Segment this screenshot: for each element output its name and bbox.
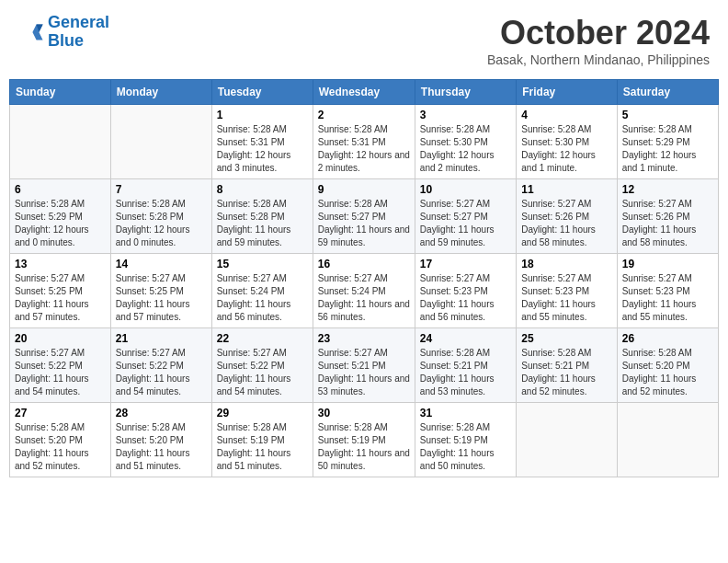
day-info: Sunrise: 5:27 AMSunset: 5:24 PMDaylight:… bbox=[318, 272, 410, 324]
calendar-week-row: 6Sunrise: 5:28 AMSunset: 5:29 PMDaylight… bbox=[10, 179, 719, 254]
day-info: Sunrise: 5:27 AMSunset: 5:22 PMDaylight:… bbox=[217, 347, 308, 398]
calendar-body: 1Sunrise: 5:28 AMSunset: 5:31 PMDaylight… bbox=[10, 105, 719, 477]
day-number: 19 bbox=[622, 258, 713, 270]
day-info: Sunrise: 5:28 AMSunset: 5:28 PMDaylight:… bbox=[116, 198, 207, 249]
day-info: Sunrise: 5:27 AMSunset: 5:23 PMDaylight:… bbox=[622, 272, 713, 324]
calendar-cell: 5Sunrise: 5:28 AMSunset: 5:29 PMDaylight… bbox=[617, 105, 718, 179]
day-number: 15 bbox=[217, 258, 308, 270]
calendar-week-row: 13Sunrise: 5:27 AMSunset: 5:25 PMDayligh… bbox=[10, 254, 719, 328]
calendar-cell: 28Sunrise: 5:28 AMSunset: 5:20 PMDayligh… bbox=[110, 403, 211, 477]
day-number: 14 bbox=[116, 258, 207, 270]
day-number: 30 bbox=[318, 407, 410, 419]
day-number: 24 bbox=[420, 332, 511, 345]
day-number: 26 bbox=[622, 332, 713, 345]
day-number: 10 bbox=[420, 183, 511, 196]
calendar-cell: 2Sunrise: 5:28 AMSunset: 5:31 PMDaylight… bbox=[313, 105, 415, 179]
day-number: 5 bbox=[622, 109, 713, 121]
day-header-wednesday: Wednesday bbox=[313, 80, 415, 105]
day-number: 9 bbox=[318, 183, 410, 196]
day-header-sunday: Sunday bbox=[10, 80, 111, 105]
day-number: 8 bbox=[217, 183, 308, 196]
day-number: 18 bbox=[521, 258, 611, 270]
day-number: 31 bbox=[420, 407, 511, 419]
day-number: 12 bbox=[622, 183, 713, 196]
day-number: 17 bbox=[420, 258, 511, 270]
day-number: 13 bbox=[15, 258, 106, 270]
calendar-cell: 29Sunrise: 5:28 AMSunset: 5:19 PMDayligh… bbox=[211, 403, 313, 477]
calendar-cell: 18Sunrise: 5:27 AMSunset: 5:23 PMDayligh… bbox=[517, 254, 617, 328]
day-number: 22 bbox=[217, 332, 308, 345]
calendar-week-row: 1Sunrise: 5:28 AMSunset: 5:31 PMDaylight… bbox=[10, 105, 719, 179]
day-info: Sunrise: 5:28 AMSunset: 5:29 PMDaylight:… bbox=[15, 198, 106, 249]
day-info: Sunrise: 5:28 AMSunset: 5:31 PMDaylight:… bbox=[217, 123, 308, 175]
day-info: Sunrise: 5:28 AMSunset: 5:31 PMDaylight:… bbox=[318, 123, 410, 175]
day-info: Sunrise: 5:28 AMSunset: 5:27 PMDaylight:… bbox=[318, 198, 410, 249]
day-info: Sunrise: 5:28 AMSunset: 5:19 PMDaylight:… bbox=[420, 421, 511, 473]
day-info: Sunrise: 5:28 AMSunset: 5:30 PMDaylight:… bbox=[521, 123, 611, 175]
calendar-cell: 16Sunrise: 5:27 AMSunset: 5:24 PMDayligh… bbox=[313, 254, 415, 328]
day-info: Sunrise: 5:27 AMSunset: 5:23 PMDaylight:… bbox=[420, 272, 511, 324]
logo-text: General Blue bbox=[48, 14, 109, 51]
calendar-week-row: 27Sunrise: 5:28 AMSunset: 5:20 PMDayligh… bbox=[10, 403, 719, 477]
calendar-cell: 13Sunrise: 5:27 AMSunset: 5:25 PMDayligh… bbox=[10, 254, 111, 328]
calendar-cell: 12Sunrise: 5:27 AMSunset: 5:26 PMDayligh… bbox=[617, 179, 718, 254]
calendar-cell bbox=[10, 105, 111, 179]
calendar-cell: 17Sunrise: 5:27 AMSunset: 5:23 PMDayligh… bbox=[415, 254, 516, 328]
day-header-thursday: Thursday bbox=[415, 80, 516, 105]
calendar-week-row: 20Sunrise: 5:27 AMSunset: 5:22 PMDayligh… bbox=[10, 328, 719, 403]
day-number: 27 bbox=[15, 407, 106, 419]
day-header-tuesday: Tuesday bbox=[211, 80, 313, 105]
calendar-table: SundayMondayTuesdayWednesdayThursdayFrid… bbox=[9, 79, 719, 477]
page-header: General Blue October 2024 Basak, Norther… bbox=[9, 9, 719, 72]
day-number: 4 bbox=[521, 109, 611, 121]
logo: General Blue bbox=[18, 14, 109, 51]
calendar-cell: 10Sunrise: 5:27 AMSunset: 5:27 PMDayligh… bbox=[415, 179, 516, 254]
day-header-monday: Monday bbox=[110, 80, 211, 105]
day-info: Sunrise: 5:28 AMSunset: 5:30 PMDaylight:… bbox=[420, 123, 511, 175]
day-info: Sunrise: 5:28 AMSunset: 5:19 PMDaylight:… bbox=[217, 421, 308, 473]
calendar-cell: 14Sunrise: 5:27 AMSunset: 5:25 PMDayligh… bbox=[110, 254, 211, 328]
calendar-cell: 21Sunrise: 5:27 AMSunset: 5:22 PMDayligh… bbox=[110, 328, 211, 403]
day-number: 28 bbox=[116, 407, 207, 419]
day-number: 21 bbox=[116, 332, 207, 345]
location: Basak, Northern Mindanao, Philippines bbox=[487, 52, 710, 67]
day-header-friday: Friday bbox=[517, 80, 617, 105]
calendar-cell: 30Sunrise: 5:28 AMSunset: 5:19 PMDayligh… bbox=[313, 403, 415, 477]
calendar-cell: 27Sunrise: 5:28 AMSunset: 5:20 PMDayligh… bbox=[10, 403, 111, 477]
day-info: Sunrise: 5:28 AMSunset: 5:20 PMDaylight:… bbox=[15, 421, 106, 473]
day-number: 2 bbox=[318, 109, 410, 121]
calendar-cell: 24Sunrise: 5:28 AMSunset: 5:21 PMDayligh… bbox=[415, 328, 516, 403]
calendar-cell: 22Sunrise: 5:27 AMSunset: 5:22 PMDayligh… bbox=[211, 328, 313, 403]
day-info: Sunrise: 5:28 AMSunset: 5:21 PMDaylight:… bbox=[420, 347, 511, 398]
day-number: 29 bbox=[217, 407, 308, 419]
calendar-cell bbox=[110, 105, 211, 179]
calendar-cell: 1Sunrise: 5:28 AMSunset: 5:31 PMDaylight… bbox=[211, 105, 313, 179]
day-info: Sunrise: 5:28 AMSunset: 5:20 PMDaylight:… bbox=[622, 347, 713, 398]
calendar-cell: 15Sunrise: 5:27 AMSunset: 5:24 PMDayligh… bbox=[211, 254, 313, 328]
calendar-cell: 25Sunrise: 5:28 AMSunset: 5:21 PMDayligh… bbox=[517, 328, 617, 403]
day-info: Sunrise: 5:28 AMSunset: 5:20 PMDaylight:… bbox=[116, 421, 207, 473]
calendar-cell: 20Sunrise: 5:27 AMSunset: 5:22 PMDayligh… bbox=[10, 328, 111, 403]
month-title: October 2024 bbox=[487, 14, 710, 52]
logo-line1: General bbox=[48, 13, 109, 31]
day-info: Sunrise: 5:28 AMSunset: 5:19 PMDaylight:… bbox=[318, 421, 410, 473]
day-info: Sunrise: 5:27 AMSunset: 5:21 PMDaylight:… bbox=[318, 347, 410, 398]
calendar-cell: 7Sunrise: 5:28 AMSunset: 5:28 PMDaylight… bbox=[110, 179, 211, 254]
calendar-cell: 4Sunrise: 5:28 AMSunset: 5:30 PMDaylight… bbox=[517, 105, 617, 179]
calendar-cell: 8Sunrise: 5:28 AMSunset: 5:28 PMDaylight… bbox=[211, 179, 313, 254]
day-number: 3 bbox=[420, 109, 511, 121]
day-number: 23 bbox=[318, 332, 410, 345]
calendar-cell: 19Sunrise: 5:27 AMSunset: 5:23 PMDayligh… bbox=[617, 254, 718, 328]
day-number: 16 bbox=[318, 258, 410, 270]
day-info: Sunrise: 5:27 AMSunset: 5:26 PMDaylight:… bbox=[521, 198, 611, 249]
day-number: 25 bbox=[521, 332, 611, 345]
day-info: Sunrise: 5:28 AMSunset: 5:28 PMDaylight:… bbox=[217, 198, 308, 249]
calendar-cell: 11Sunrise: 5:27 AMSunset: 5:26 PMDayligh… bbox=[517, 179, 617, 254]
title-block: October 2024 Basak, Northern Mindanao, P… bbox=[487, 14, 710, 67]
calendar-cell: 26Sunrise: 5:28 AMSunset: 5:20 PMDayligh… bbox=[617, 328, 718, 403]
logo-line2: Blue bbox=[48, 31, 84, 50]
day-info: Sunrise: 5:27 AMSunset: 5:26 PMDaylight:… bbox=[622, 198, 713, 249]
calendar-cell: 9Sunrise: 5:28 AMSunset: 5:27 PMDaylight… bbox=[313, 179, 415, 254]
calendar-cell bbox=[517, 403, 617, 477]
day-number: 1 bbox=[217, 109, 308, 121]
